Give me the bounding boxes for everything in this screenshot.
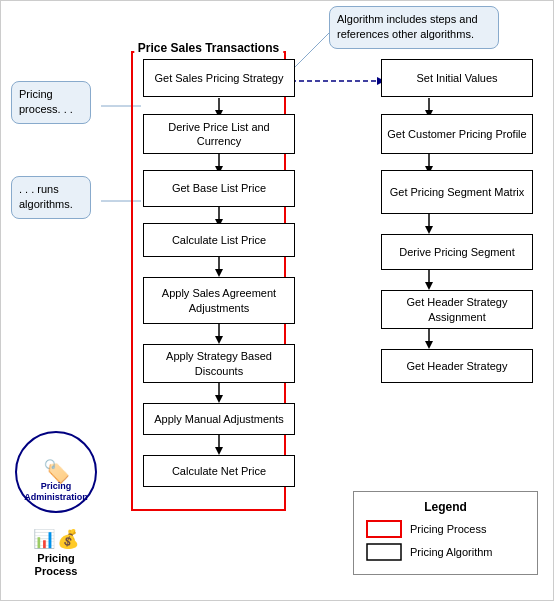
box-derive-pricing-segment: Derive Pricing Segment bbox=[381, 234, 533, 270]
box-apply-sales-agreement: Apply Sales Agreement Adjustments bbox=[143, 277, 295, 324]
diagram-container: Algorithm includes steps and references … bbox=[0, 0, 554, 601]
svg-marker-21 bbox=[425, 282, 433, 290]
legend-item-process: Pricing Process bbox=[366, 520, 525, 538]
box-get-header-strategy: Get Header Strategy bbox=[381, 349, 533, 383]
box-get-customer: Get Customer Pricing Profile bbox=[381, 114, 533, 154]
legend-rect-algorithm bbox=[366, 543, 402, 561]
box-get-sales-pricing: Get Sales Pricing Strategy bbox=[143, 59, 295, 97]
red-container-label: Price Sales Transactions bbox=[134, 41, 283, 55]
legend-box: Legend Pricing Process Pricing Algorithm bbox=[353, 491, 538, 575]
box-get-header-strategy-assignment: Get Header Strategy Assignment bbox=[381, 290, 533, 329]
chart-icon: 📊 bbox=[33, 528, 55, 550]
box-calculate-list: Calculate List Price bbox=[143, 223, 295, 257]
svg-marker-23 bbox=[425, 341, 433, 349]
svg-line-26 bbox=[291, 31, 331, 71]
box-get-base-list: Get Base List Price bbox=[143, 170, 295, 207]
legend-rect-process bbox=[366, 520, 402, 538]
legend-label-algorithm: Pricing Algorithm bbox=[410, 546, 493, 558]
box-derive-price-list: Derive Price List and Currency bbox=[143, 114, 295, 154]
process-label: Pricing Process bbox=[15, 552, 97, 578]
svg-marker-19 bbox=[425, 226, 433, 234]
box-get-pricing-segment-matrix: Get Pricing Segment Matrix bbox=[381, 170, 533, 214]
svg-rect-29 bbox=[367, 521, 401, 537]
admin-label: Pricing Administration bbox=[21, 481, 91, 503]
legend-item-algorithm: Pricing Algorithm bbox=[366, 543, 525, 561]
admin-icon: 🏷️ bbox=[43, 461, 70, 483]
legend-label-process: Pricing Process bbox=[410, 523, 486, 535]
legend-title: Legend bbox=[366, 500, 525, 514]
box-calculate-net: Calculate Net Price bbox=[143, 455, 295, 487]
process-icons: 📊 💰 bbox=[15, 528, 97, 550]
svg-rect-30 bbox=[367, 544, 401, 560]
box-apply-strategy-based: Apply Strategy Based Discounts bbox=[143, 344, 295, 383]
money-icon: 💰 bbox=[57, 528, 79, 550]
box-apply-manual: Apply Manual Adjustments bbox=[143, 403, 295, 435]
process-icon-area: 📊 💰 Pricing Process bbox=[15, 528, 97, 578]
callout-top: Algorithm includes steps and references … bbox=[329, 6, 499, 49]
callout-algorithms: . . . runs algorithms. bbox=[11, 176, 91, 219]
callout-process: Pricing process. . . bbox=[11, 81, 91, 124]
box-set-initial: Set Initial Values bbox=[381, 59, 533, 97]
admin-circle: 🏷️ Pricing Administration bbox=[15, 431, 97, 513]
